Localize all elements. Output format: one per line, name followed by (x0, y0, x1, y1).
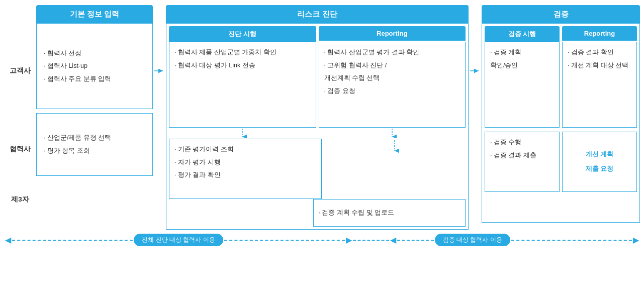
risk-partner-row: · 기존 평가이력 조회 · 자가 평가 시행 · 평가 결과 확인 (166, 139, 469, 199)
verify-exec-customer-cell: · 검증 계획 확인/승인 (485, 42, 560, 128)
flow-right-arrow-1: ▶ (346, 235, 352, 245)
bottom-flow: ◀ 전체 진단 대상 협력사 이용 ▶ ◀ 검증 대상 협력사 이용 ▶ (4, 234, 640, 246)
flow-dashed-2 (224, 240, 345, 241)
basic-info-section: 기본 정보 입력 · 협력사 선정 · 협력사 List-up · 협력사 주요… (36, 5, 153, 176)
arrow-right-icon-2 (470, 66, 481, 75)
flow-badge-1: 전체 진단 대상 협력사 이용 (134, 234, 223, 246)
basic-c2: · 협력사 List-up (44, 61, 145, 71)
arrow-down-icon-report (388, 128, 397, 138)
flow-dashed-1 (12, 240, 133, 241)
verify-header: 검증 (482, 5, 640, 24)
verify-exec-partner-cell: · 검증 수행 · 검증 결과 제출 (485, 132, 560, 192)
diag-third-empty (169, 199, 311, 227)
vrc1: · 검증 결과 확인 (568, 47, 631, 58)
role-customer: 고객사 (4, 28, 36, 114)
verify-customer-row: · 검증 계획 확인/승인 · 검증 결과 확인 · 개선 계획 대상 선택 (482, 42, 640, 128)
basic-c1: · 협력사 선정 (44, 48, 145, 59)
diag-exec-col: 진단 시행 (169, 26, 316, 42)
verify-subheaders: 검증 시행 Reporting (482, 24, 640, 42)
verify-exec-col: 검증 시행 (485, 26, 560, 42)
rrc2: · 고위험 협력사 진단 / (324, 60, 461, 71)
verify-report-col: Reporting (562, 26, 637, 42)
basic-partner-cell: · 산업군/제품 유형 선택 · 평가 항목 조회 (36, 113, 153, 176)
basic-p1: · 산업군/제품 유형 선택 (44, 133, 145, 143)
risk-report-third-cell: · 검증 계획 수립 및 업로드 (313, 199, 466, 227)
basic-p2: · 평가 항목 조회 (44, 146, 145, 156)
dp3: · 평가 결과 확인 (174, 170, 316, 180)
vec1: · 검증 계획 (490, 47, 554, 58)
basic-info-header: 기본 정보 입력 (36, 5, 153, 24)
dp2: · 자가 평가 시행 (174, 157, 316, 168)
verify-arrow-row (482, 128, 640, 132)
verify-report-customer-cell: · 검증 결과 확인 · 개선 계획 대상 선택 (562, 42, 637, 128)
rrc1: · 협력사 산업군별 평가 결과 확인 (324, 47, 461, 58)
basic-customer-cell: · 협력사 선정 · 협력사 List-up · 협력사 주요 분류 입력 (36, 24, 153, 109)
verify-section: 검증 검증 시행 Reporting · 검증 계획 확인/승인 · 검증 결과… (482, 5, 640, 223)
verify-report-partner-cell: 개선 계획 제출 요청 (562, 132, 637, 192)
flow-right-arrow-2: ▶ (633, 235, 639, 245)
vec2: 확인/승인 (490, 60, 554, 71)
vep2: · 검증 결과 제출 (490, 150, 554, 161)
vrc2: · 개선 계획 대상 선택 (568, 60, 631, 71)
risk-subheaders: 진단 시행 Reporting (166, 24, 469, 42)
dp1: · 기존 평가이력 조회 (174, 144, 316, 155)
risk-report-header: Reporting (319, 26, 466, 41)
flow-left-arrow-2: ◀ (390, 235, 396, 245)
vep1: · 검증 수행 (490, 137, 554, 148)
risk-report-col: Reporting (319, 26, 466, 42)
flow-dashed-4 (397, 240, 433, 241)
risk-third-row: · 검증 계획 수립 및 업로드 (166, 199, 469, 230)
verify-third-empty-2 (562, 192, 637, 220)
arrow-right-icon-1 (154, 66, 165, 75)
risk-report-customer-cell: · 협력사 산업군별 평가 결과 확인 · 고위험 협력사 진단 / 개선계획 … (319, 42, 466, 128)
role-partner: 협력사 (4, 118, 36, 180)
arrow-down-icon-diag (238, 128, 247, 138)
diag-exec-customer-cell: · 협력사 제품 산업군별 가중치 확인 · 협력사 대상 평가 Link 전송 (169, 42, 316, 128)
verify-third-empty-1 (485, 192, 560, 220)
vrp2: 제출 요청 (586, 164, 613, 174)
verify-third-row (482, 192, 640, 223)
basic-c3: · 협력사 주요 분류 입력 (44, 74, 145, 84)
verify-partner-row: · 검증 수행 · 검증 결과 제출 개선 계획 제출 요청 (482, 132, 640, 192)
rrc3: 개선계획 수립 선택 (324, 73, 461, 83)
risk-arrow-row (166, 128, 469, 139)
flow-dashed-3 (353, 240, 389, 241)
vrp1: 개선 계획 (586, 149, 613, 160)
role-labels: 고객사 협력사 제3자 (4, 28, 36, 215)
arrow-1-area (153, 28, 166, 114)
diag-exec-header: 진단 시행 (169, 26, 316, 42)
flow-dashed-5 (511, 240, 632, 241)
risk-header: 리스크 진단 (166, 5, 469, 24)
diag-exec-partner-cell: · 기존 평가이력 조회 · 자가 평가 시행 · 평가 결과 확인 (169, 139, 322, 199)
verify-exec-header: 검증 시행 (485, 26, 560, 42)
rrt1: · 검증 계획 수립 및 업로드 (319, 208, 461, 218)
verify-report-header: Reporting (562, 26, 637, 41)
flow-badge-2: 검증 대상 협력사 이용 (435, 234, 510, 246)
risk-customer-row: · 협력사 제품 산업군별 가중치 확인 · 협력사 대상 평가 Link 전송… (166, 42, 469, 128)
risk-section: 리스크 진단 진단 시행 Reporting · 협력사 제품 산업군별 가중치… (166, 5, 469, 230)
arrow-down-icon-rr-partner (390, 140, 399, 153)
main-container: 고객사 협력사 제3자 기본 정보 입력 · 협력사 선정 · 협력사 List… (0, 0, 644, 266)
arrow-2-area (469, 28, 482, 114)
dc2: · 협력사 대상 평가 Link 전송 (174, 60, 311, 71)
dc1: · 협력사 제품 산업군별 가중치 확인 (174, 47, 311, 58)
rrc4: · 검증 요청 (324, 86, 461, 96)
role-third: 제3자 (4, 184, 36, 215)
flow-left-arrow-1: ◀ (5, 235, 11, 245)
